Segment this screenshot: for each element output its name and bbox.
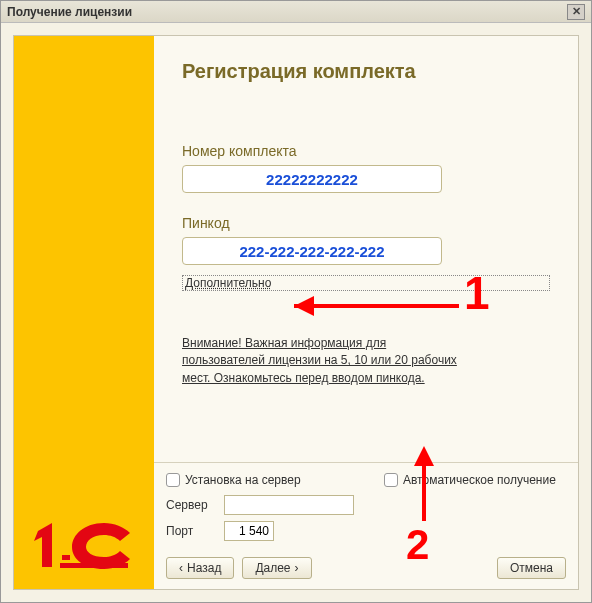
server-input[interactable] [224,495,354,515]
checkbox-icon [384,473,398,487]
chevron-right-icon: › [295,561,299,575]
svg-rect-1 [62,555,70,560]
port-label: Порт [166,524,216,538]
kit-number-label: Номер комплекта [182,143,550,159]
sidebar [14,36,154,589]
next-button[interactable]: Далее › [242,557,311,579]
close-icon[interactable]: ✕ [567,4,585,20]
back-label: Назад [187,561,221,575]
annotation-arrow-1 [274,286,464,326]
additional-link[interactable]: Дополнительно [182,275,550,291]
pincode-input[interactable] [182,237,442,265]
logo-1c-icon [32,519,132,571]
page-title: Регистрация комплекта [182,60,550,83]
next-label: Далее [255,561,290,575]
checkbox-icon [166,473,180,487]
inner-frame: Регистрация комплекта Номер комплекта Пи… [13,35,579,590]
window-body: Регистрация комплекта Номер комплекта Пи… [1,23,591,602]
warning-link[interactable]: Внимание! Важная информация для пользова… [182,335,472,387]
cancel-label: Отмена [510,561,553,575]
back-button[interactable]: ‹ Назад [166,557,234,579]
svg-marker-3 [294,296,314,316]
kit-number-input[interactable] [182,165,442,193]
install-server-label: Установка на сервер [185,473,301,487]
auto-get-checkbox[interactable]: Автоматическое получение [384,473,566,487]
chevron-left-icon: ‹ [179,561,183,575]
titlebar: Получение лицензии ✕ [1,1,591,23]
port-input[interactable] [224,521,274,541]
auto-get-label: Автоматическое получение [403,473,556,487]
cancel-button[interactable]: Отмена [497,557,566,579]
install-server-checkbox[interactable]: Установка на сервер [166,473,354,487]
svg-rect-0 [60,563,128,568]
license-window: Получение лицензии ✕ Рег [0,0,592,603]
bottom-panel: Установка на сервер Сервер Порт [154,462,578,589]
server-label: Сервер [166,498,216,512]
content-area: Регистрация комплекта Номер комплекта Пи… [154,36,578,589]
pincode-label: Пинкод [182,215,550,231]
window-title: Получение лицензии [7,5,132,19]
